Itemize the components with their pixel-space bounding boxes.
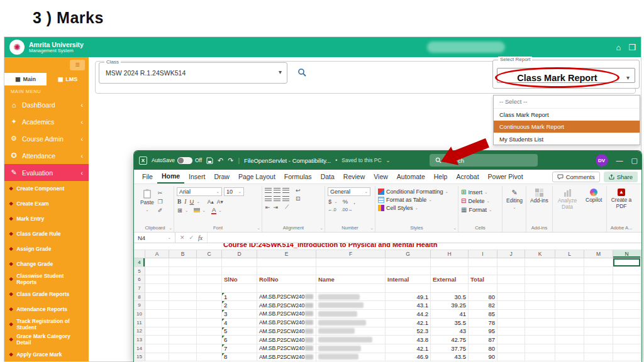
- cell-G6[interactable]: Internal: [386, 275, 431, 284]
- select-all-corner[interactable]: [134, 250, 145, 258]
- cut-icon[interactable]: ✂: [158, 190, 163, 196]
- cell-B13[interactable]: [169, 336, 197, 344]
- cell-F14[interactable]: [316, 344, 386, 353]
- increase-decimal-icon[interactable]: ←.0: [328, 207, 336, 212]
- insert-cells-button[interactable]: ⊞ Insert ⌄: [461, 189, 492, 195]
- cell-L8[interactable]: [555, 293, 584, 302]
- cell-K14[interactable]: [525, 344, 555, 353]
- cell-E13[interactable]: AM.SB.P2SCW240: [257, 336, 316, 344]
- cell-A7[interactable]: [145, 284, 169, 293]
- cell-J7[interactable]: [497, 284, 525, 293]
- cell-K10[interactable]: [525, 310, 555, 319]
- align-center-icon[interactable]: [274, 196, 280, 201]
- menu-tab-power-pivot[interactable]: Power Pivot: [484, 170, 528, 184]
- underline-button[interactable]: U: [189, 198, 195, 205]
- cell-H15[interactable]: 43.5: [431, 353, 469, 362]
- dialog-launcher-icon[interactable]: ⌄: [320, 226, 323, 231]
- cell-C6[interactable]: [197, 275, 222, 284]
- hamburger-menu-icon[interactable]: ≡: [70, 60, 85, 70]
- menu-tab-formulas[interactable]: Formulas: [280, 170, 316, 184]
- save-status[interactable]: Saved to this PC: [341, 157, 381, 163]
- cell-A5[interactable]: [145, 267, 169, 276]
- dialog-launcher-icon[interactable]: ⌄: [257, 226, 260, 231]
- cell-M9[interactable]: [584, 301, 613, 310]
- delete-cells-button[interactable]: ⊟ Delete ⌄: [461, 197, 492, 204]
- cell-M12[interactable]: [584, 327, 613, 336]
- cell-A14[interactable]: [145, 344, 169, 353]
- cell-D9[interactable]: 2: [222, 301, 257, 310]
- cell-E14[interactable]: AM.SB.P2SCW240: [257, 344, 316, 353]
- sidebar-subitem-classwise-student-reports[interactable]: ❖Classwise Student Reports: [4, 272, 89, 287]
- cell-N11[interactable]: [613, 319, 641, 327]
- cell-C15[interactable]: [197, 353, 222, 362]
- cell-J9[interactable]: [497, 301, 525, 310]
- cell-L6[interactable]: [555, 275, 584, 284]
- cell-D7[interactable]: [222, 284, 257, 293]
- column-header-M[interactable]: M: [584, 250, 613, 258]
- percent-icon[interactable]: %: [342, 198, 348, 205]
- cell-I4[interactable]: [469, 258, 497, 267]
- cell-A6[interactable]: [145, 275, 169, 284]
- cell-F11[interactable]: [316, 319, 386, 327]
- menu-tab-insert[interactable]: Insert: [184, 170, 209, 184]
- row-header-11[interactable]: 11: [134, 319, 145, 327]
- menu-tab-draw[interactable]: Draw: [209, 170, 234, 184]
- menu-tab-file[interactable]: File: [138, 170, 157, 184]
- cell-F15[interactable]: [316, 353, 386, 362]
- menu-tab-review[interactable]: Review: [339, 170, 369, 184]
- increase-indent-icon[interactable]: ⇥: [273, 204, 279, 211]
- autosave-toggle[interactable]: AutoSave Off: [152, 157, 202, 164]
- cell-H12[interactable]: 43: [431, 327, 469, 336]
- cell-J13[interactable]: [497, 336, 525, 344]
- undo-icon[interactable]: ↶: [218, 156, 223, 165]
- maximize-icon[interactable]: ▢: [631, 156, 638, 165]
- cell-E5[interactable]: [257, 267, 316, 276]
- cell-K12[interactable]: [525, 327, 555, 336]
- sidebar-subitem-attendance-reports[interactable]: ❖Attendance Reports: [4, 302, 89, 317]
- cell-J14[interactable]: [497, 344, 525, 353]
- format-painter-icon[interactable]: ✐: [158, 207, 163, 214]
- column-header-K[interactable]: K: [525, 250, 555, 258]
- cell-A4[interactable]: [145, 258, 169, 267]
- cell-A11[interactable]: [145, 319, 169, 327]
- copilot-button[interactable]: Copilot: [584, 187, 603, 205]
- cell-D13[interactable]: 6: [222, 336, 257, 344]
- report-option-continuous-mark-report[interactable]: Continuous Mark Report: [494, 120, 640, 133]
- cell-C7[interactable]: [197, 284, 222, 293]
- menu-tab-help[interactable]: Help: [430, 170, 452, 184]
- cell-M15[interactable]: [584, 353, 613, 362]
- row-header-15[interactable]: 15: [134, 353, 145, 362]
- cell-N8[interactable]: [613, 293, 641, 302]
- cell-L11[interactable]: [555, 319, 584, 327]
- cell-J8[interactable]: [497, 293, 525, 302]
- sidebar-subitem-change-grade[interactable]: ❖Change Grade: [4, 256, 89, 272]
- cell-M10[interactable]: [584, 310, 613, 319]
- cell-N7[interactable]: [613, 284, 641, 293]
- cell-D5[interactable]: [222, 267, 257, 276]
- cell-D8[interactable]: 1: [222, 293, 257, 302]
- cell-E11[interactable]: AM.SB.P2SCW240: [257, 319, 316, 327]
- cell-C14[interactable]: [197, 344, 222, 353]
- copy-icon[interactable]: ❐: [158, 199, 163, 205]
- currency-icon[interactable]: $: [328, 198, 332, 205]
- column-header-L[interactable]: L: [555, 250, 584, 258]
- align-middle-icon[interactable]: [274, 188, 280, 193]
- cell-H6[interactable]: External: [431, 275, 469, 284]
- column-header-F[interactable]: F: [316, 250, 386, 258]
- share-button[interactable]: Share: [604, 172, 638, 182]
- cell-J5[interactable]: [497, 267, 525, 276]
- cell-C10[interactable]: [197, 310, 222, 319]
- cell-B11[interactable]: [169, 319, 197, 327]
- cell-N13[interactable]: [613, 336, 641, 344]
- column-header-E[interactable]: E: [257, 250, 316, 258]
- cell-K7[interactable]: [525, 284, 555, 293]
- cell-H9[interactable]: 39.25: [431, 301, 469, 310]
- cell-G9[interactable]: 43.1: [386, 301, 431, 310]
- cell-A10[interactable]: [145, 310, 169, 319]
- row-header-6[interactable]: 6: [134, 275, 145, 284]
- cell-H8[interactable]: 30.5: [431, 293, 469, 302]
- notebook-icon[interactable]: ❒: [628, 43, 636, 52]
- cell-N4[interactable]: [613, 258, 641, 267]
- cell-H11[interactable]: 35.5: [431, 319, 469, 327]
- cell-G12[interactable]: 52.3: [386, 327, 431, 336]
